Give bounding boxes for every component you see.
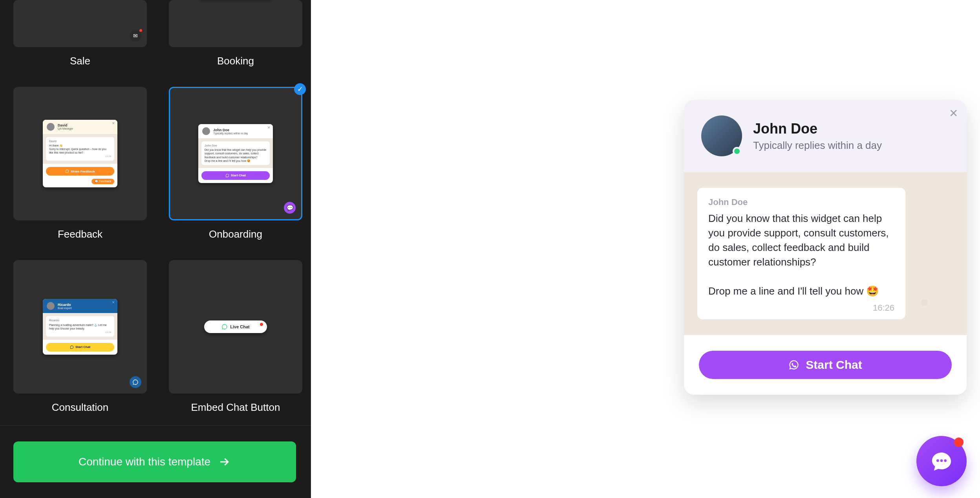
mini-fab-icon: 💬 [284, 202, 296, 214]
close-icon: ✕ [949, 107, 958, 119]
templates-grid: ⚑Chat with John✉SaleStart Chat📅 Book a R… [13, 0, 297, 414]
svg-point-0 [936, 459, 939, 462]
mini-body: RicardoPlanning a boating adventure mate… [43, 313, 117, 339]
whatsapp-icon [221, 324, 228, 330]
mini-body: John DoeDid you know that this widget ca… [198, 138, 273, 168]
template-label: Booking [217, 55, 254, 67]
chat-body: John Doe Did you know that this widget c… [684, 172, 967, 335]
start-chat-label: Start Chat [806, 358, 862, 372]
preview-area: John Doe Typically replies within a day … [311, 0, 980, 498]
template-feedback[interactable]: DavidQA Manager✕DavidHi there 👋Sorry to … [13, 87, 147, 240]
template-consultation[interactable]: RicardoBoat expert✕RicardoPlanning a boa… [13, 260, 147, 414]
template-sidebar: ⚑Chat with John✉SaleStart Chat📅 Book a R… [0, 0, 311, 498]
mini-header: DavidQA Manager✕ [43, 120, 117, 134]
check-icon: ✓ [294, 83, 306, 95]
chat-fab[interactable] [916, 436, 967, 486]
chat-bubble-icon [930, 450, 953, 472]
avatar-wrap [701, 115, 742, 156]
mini-avatar [202, 127, 210, 135]
message-text: Did you know that this widget can help y… [708, 211, 894, 298]
mini-widget: John DoeTypically replies within a day✕J… [198, 124, 273, 183]
template-card[interactable]: Start Chat📅 Book a Room [169, 0, 302, 47]
agent-info: John Doe Typically replies within a day [753, 121, 882, 152]
template-label: Sale [70, 55, 90, 67]
close-icon: ✕ [112, 121, 115, 125]
close-icon: ✕ [112, 300, 115, 304]
mini-button: Share Feedback [46, 167, 114, 176]
svg-point-2 [944, 459, 947, 462]
mini-fab-icon: ✉ [130, 30, 141, 42]
arrow-right-icon [218, 455, 231, 469]
agent-name: John Doe [753, 121, 882, 137]
mini-body: DavidHi there 👋Sorry to interrupt. Quick… [43, 134, 117, 164]
notification-dot-icon [260, 323, 263, 326]
template-label: Embed Chat Button [191, 401, 280, 414]
continue-bar: Continue with this template [0, 425, 311, 498]
mini-fab-icon [130, 376, 141, 388]
whatsapp-icon [788, 359, 799, 370]
template-card[interactable]: RicardoBoat expert✕RicardoPlanning a boa… [13, 260, 147, 394]
presence-indicator-icon [733, 147, 741, 156]
template-embed[interactable]: Live ChatEmbed Chat Button [169, 260, 302, 414]
mini-button: Start Chat [201, 171, 270, 180]
template-onboarding[interactable]: ✓John DoeTypically replies within a day✕… [169, 87, 302, 240]
message-bubble: John Doe Did you know that this widget c… [697, 188, 905, 319]
agent-subtitle: Typically replies within a day [753, 139, 882, 152]
template-label: Consultation [52, 401, 109, 414]
mini-avatar [47, 123, 55, 131]
mini-widget: DavidQA Manager✕DavidHi there 👋Sorry to … [43, 120, 117, 187]
close-icon: ✕ [267, 126, 271, 130]
mini-chip: 💬 Feedback [91, 179, 114, 184]
template-label: Onboarding [209, 228, 262, 240]
message-time: 16:26 [708, 303, 894, 313]
svg-point-1 [940, 459, 943, 462]
template-label: Feedback [58, 228, 102, 240]
message-from: John Doe [708, 197, 894, 207]
mini-header: RicardoBoat expert✕ [43, 299, 117, 313]
mini-header: John DoeTypically replies within a day✕ [198, 124, 273, 138]
mini-widget: RicardoBoat expert✕RicardoPlanning a boa… [43, 299, 117, 354]
pill-text: Live Chat [230, 324, 250, 329]
templates-scroll[interactable]: ⚑Chat with John✉SaleStart Chat📅 Book a R… [0, 0, 311, 425]
mini-avatar [47, 302, 55, 310]
chat-header: John Doe Typically replies within a day … [684, 100, 967, 172]
start-chat-button[interactable]: Start Chat [699, 351, 952, 379]
template-card[interactable]: ⚑Chat with John✉ [13, 0, 147, 47]
template-booking[interactable]: Start Chat📅 Book a RoomBooking [169, 0, 302, 67]
template-card[interactable]: DavidQA Manager✕DavidHi there 👋Sorry to … [13, 87, 147, 220]
notification-badge-icon [954, 438, 964, 447]
template-card[interactable]: Live Chat [169, 260, 302, 394]
continue-label: Continue with this template [79, 456, 210, 468]
chat-footer: Start Chat [684, 335, 967, 395]
template-sale[interactable]: ⚑Chat with John✉Sale [13, 0, 147, 67]
chat-widget: John Doe Typically replies within a day … [684, 100, 967, 395]
continue-button[interactable]: Continue with this template [13, 441, 296, 482]
mini-button: Start Chat [46, 343, 114, 352]
live-chat-pill: Live Chat [204, 320, 267, 333]
template-card[interactable]: ✓John DoeTypically replies within a day✕… [169, 87, 302, 220]
chat-close-button[interactable]: ✕ [949, 107, 958, 120]
